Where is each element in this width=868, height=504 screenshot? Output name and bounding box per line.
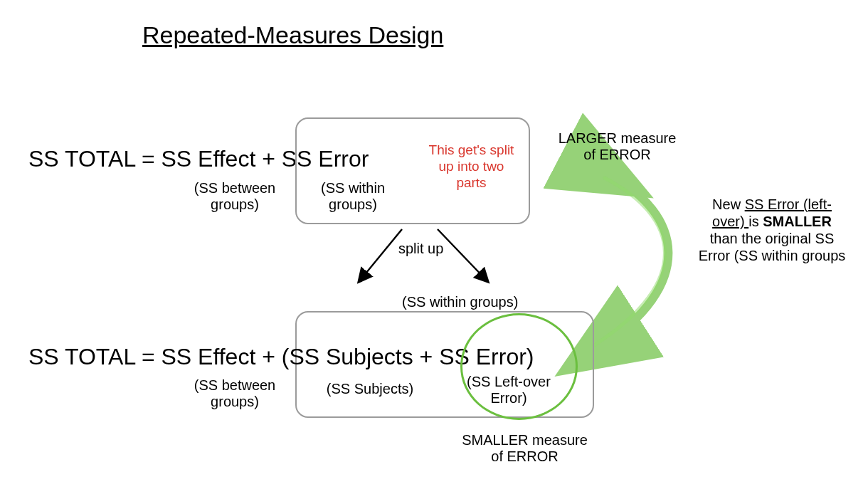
eq1-between-note: (SS between groups) — [189, 180, 281, 213]
diagram-title: Repeated-Measures Design — [142, 21, 443, 49]
sp-part3: than the original SS Error (SS within gr… — [699, 231, 846, 263]
eq2-within-note: (SS within groups) — [402, 294, 518, 310]
split-up-label: split up — [398, 241, 443, 257]
side-explanation: New SS Error (left-over) is SMALLER than… — [697, 196, 847, 264]
sp-part2: is — [748, 214, 763, 229]
red-split-note: This get's split up into two parts — [423, 142, 519, 191]
green-circle-leftover — [460, 313, 578, 420]
svg-line-0 — [359, 229, 402, 281]
larger-measure-label: LARGER measure of ERROR — [555, 130, 679, 163]
sp-bold: SMALLER — [763, 214, 832, 229]
eq2-between-note: (SS between groups) — [189, 377, 281, 410]
smaller-measure-label: SMALLER measure of ERROR — [455, 432, 594, 465]
equation-2: SS TOTAL = SS Effect + (SS Subjects + SS… — [28, 344, 534, 370]
svg-line-1 — [438, 229, 487, 281]
eq2-subjects-note: (SS Subjects) — [320, 381, 420, 397]
sp-part1: New — [712, 196, 745, 212]
